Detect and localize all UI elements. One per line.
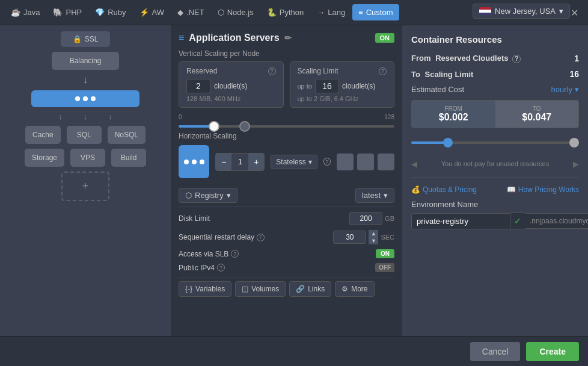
slider-prev-icon[interactable]: ◀ <box>411 160 417 169</box>
slider-next-icon[interactable]: ▶ <box>573 160 579 169</box>
hourly-select[interactable]: hourly ▾ <box>551 85 579 94</box>
reserved-input[interactable] <box>186 79 210 93</box>
seq-down-button[interactable]: ▼ <box>369 237 378 244</box>
top-bar: ☕ Java 🐘 PHP 💎 Ruby ⚡ AW ◆ .NET ⬡ Node.j… <box>0 0 588 25</box>
scaling-limit-resource-row: To Scaling Limit 16 <box>411 69 579 79</box>
tab-dotnet-label: .NET <box>186 8 204 17</box>
cache-box[interactable]: Cache <box>25 126 61 144</box>
nosql-label: NoSQL <box>115 131 138 139</box>
sql-box[interactable]: SQL <box>67 126 102 144</box>
ruby-icon: 💎 <box>95 8 105 17</box>
estimated-cost-row: Estimated Cost hourly ▾ <box>411 85 579 94</box>
tab-java[interactable]: ☕ Java <box>5 4 46 20</box>
cost-range-slider[interactable] <box>411 137 579 149</box>
how-pricing-link[interactable]: 📖 How Pricing Works <box>507 185 579 194</box>
tab-python[interactable]: 🐍 Python <box>261 4 310 20</box>
create-button[interactable]: Create <box>526 342 579 361</box>
volumes-button[interactable]: ◫ Volumes <box>235 281 286 297</box>
seq-up-button[interactable]: ▲ <box>369 230 378 237</box>
flag-icon <box>479 7 491 15</box>
variables-button[interactable]: {-} Variables <box>179 281 231 297</box>
vps-label: VPS <box>81 154 95 162</box>
location-label: New Jersey, USA <box>495 7 556 16</box>
links-button[interactable]: 🔗 Links <box>289 281 331 297</box>
tab-custom[interactable]: ≡ Custom <box>352 4 399 20</box>
scaling-limit-label: Scaling Limit <box>298 67 338 75</box>
seq-restart-help-icon[interactable]: ? <box>257 234 265 241</box>
seq-input-group: ▲ ▼ SEC <box>333 230 394 244</box>
tab-aw[interactable]: ⚡ AW <box>133 4 170 20</box>
tab-python-label: Python <box>280 8 304 17</box>
quotas-pricing-link[interactable]: 💰 Quotas & Pricing <box>411 185 477 194</box>
tab-lang[interactable]: → Lang <box>311 4 351 20</box>
scaling-row: Reserved ? cloudlet(s) 128 MiB, 400 MHz … <box>179 61 394 108</box>
book-icon: 📖 <box>507 185 516 194</box>
latest-select[interactable]: latest ▾ <box>355 188 394 203</box>
unused-resources-text: You do not pay for unused resources <box>438 157 552 170</box>
disk-unit-label: GB <box>385 215 394 222</box>
scaling-limit-input[interactable] <box>315 79 339 93</box>
to-cost-value: $0.047 <box>498 112 576 123</box>
ssl-box[interactable]: 🔒 SSL <box>61 31 111 47</box>
disk-limit-input[interactable] <box>349 212 382 225</box>
balancing-label: Balancing <box>70 57 102 65</box>
arrow-down-icon: ↓ <box>83 75 88 85</box>
registry-select[interactable]: ⬡ Registry ▾ <box>179 188 237 203</box>
close-button[interactable]: ✕ <box>566 4 583 20</box>
tab-nodejs[interactable]: ⬡ Node.js <box>212 4 260 20</box>
stepper-minus-button[interactable]: − <box>216 154 231 170</box>
center-panel: ≡ Application Servers ✏ ON Vertical Scal… <box>171 25 402 336</box>
public-ipv4-label: Public IPv4 ? <box>179 264 225 272</box>
stateless-help-icon[interactable]: ? <box>323 158 331 166</box>
public-ipv4-help-icon[interactable]: ? <box>217 264 225 271</box>
storage-box[interactable]: Storage <box>25 149 64 167</box>
more-button[interactable]: ⚙ More <box>335 281 374 297</box>
cancel-button[interactable]: Cancel <box>470 342 521 361</box>
tab-ruby[interactable]: 💎 Ruby <box>89 4 132 20</box>
stateless-select[interactable]: Stateless ▾ <box>271 155 317 169</box>
gray-boxes <box>337 154 394 170</box>
app-server-box[interactable] <box>31 90 139 107</box>
range-fill <box>411 141 445 144</box>
stepper-plus-button[interactable]: + <box>248 154 264 170</box>
slider-thumb-limit[interactable] <box>239 121 250 132</box>
slider-thumb-reserved[interactable]: ⬡ <box>209 121 219 132</box>
balancing-box[interactable]: Balancing <box>52 52 120 70</box>
panel-header: ≡ Application Servers ✏ ON <box>179 33 394 43</box>
location-selector[interactable]: New Jersey, USA ▾ <box>473 4 570 19</box>
range-handle-right[interactable] <box>569 138 579 147</box>
main-content: 🔒 SSL Balancing ↓ ↓ ↓ ↓ Cache SQL <box>0 25 588 336</box>
access-slb-toggle[interactable]: ON <box>376 249 394 258</box>
build-box[interactable]: Build <box>111 149 146 167</box>
tab-php[interactable]: 🐘 PHP <box>47 4 88 20</box>
vps-box[interactable]: VPS <box>70 149 105 167</box>
from-reserved-label: From Reserved Cloudlets ? <box>411 54 521 63</box>
registry-row: ⬡ Registry ▾ latest ▾ <box>179 184 394 207</box>
reserved-mem-label: 128 MiB, 400 MHz <box>186 95 276 102</box>
cloudlets-slider[interactable]: 0 128 ⬡ <box>179 114 394 126</box>
app-dots <box>75 96 96 101</box>
divider-1 <box>411 178 579 178</box>
panel-title-group: ≡ Application Servers ✏ <box>179 33 292 43</box>
reserved-help-icon[interactable]: ? <box>268 67 276 75</box>
nosql-box[interactable]: NoSQL <box>108 126 145 144</box>
add-node-button[interactable]: + <box>61 172 109 201</box>
tab-custom-label: Custom <box>366 8 393 17</box>
public-ipv4-toggle[interactable]: OFF <box>375 263 394 272</box>
app-server-toggle[interactable]: ON <box>375 33 395 43</box>
range-handle-left[interactable] <box>443 138 453 147</box>
reserved-cloudlets-help-icon[interactable]: ? <box>512 55 521 63</box>
more-icon: ⚙ <box>341 285 348 293</box>
seq-restart-input[interactable] <box>333 231 366 244</box>
stateless-chevron-icon: ▾ <box>308 158 312 166</box>
seq-restart-label: Sequential restart delay ? <box>179 233 265 241</box>
access-slb-help-icon[interactable]: ? <box>231 250 239 258</box>
scaling-limit-help-icon[interactable]: ? <box>379 67 387 75</box>
env-name-input[interactable] <box>411 213 510 229</box>
tab-dotnet[interactable]: ◆ .NET <box>171 4 210 20</box>
reserved-input-row: cloudlet(s) <box>186 79 276 93</box>
upto-label: up to <box>298 82 312 90</box>
nodejs-icon: ⬡ <box>218 8 224 17</box>
variables-label: Variables <box>195 285 225 293</box>
edit-icon[interactable]: ✏ <box>284 33 292 43</box>
